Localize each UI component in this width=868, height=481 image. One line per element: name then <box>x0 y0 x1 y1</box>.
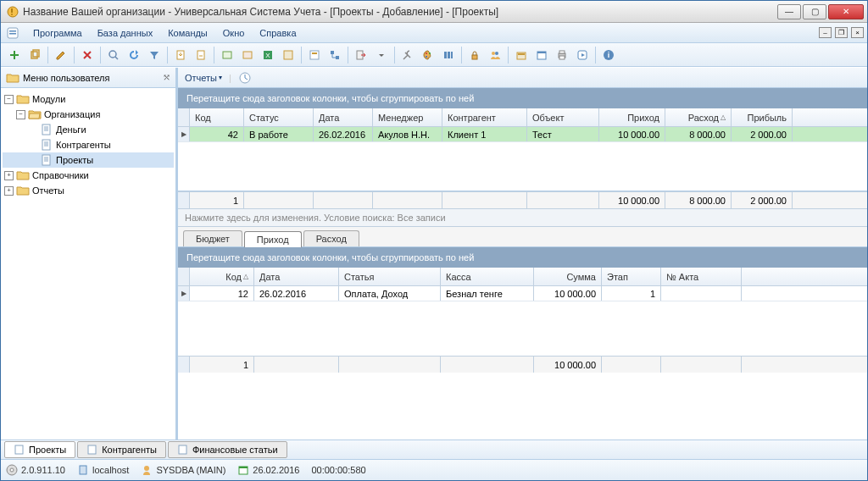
edit-button[interactable] <box>52 46 70 64</box>
import-button2[interactable] <box>192 46 210 64</box>
add-button[interactable] <box>5 46 24 64</box>
col-object[interactable]: Объект <box>527 108 599 126</box>
menu-commands[interactable]: Команды <box>161 25 214 41</box>
content-area: Отчеты ▾ | Перетащите сюда заголовок кол… <box>176 68 867 440</box>
filter-bar[interactable]: Нажмите здесь для изменения. Условие пои… <box>178 208 867 227</box>
col-manager[interactable]: Менеджер <box>373 108 442 126</box>
tool-print[interactable] <box>553 46 571 64</box>
document-icon <box>40 124 53 135</box>
svg-rect-52 <box>239 467 248 468</box>
folder-icon <box>6 72 19 84</box>
mdi-minimize[interactable]: – <box>819 27 832 38</box>
tree-money[interactable]: Деньги <box>3 122 174 137</box>
tool-calendar[interactable] <box>532 46 551 64</box>
nav-tree: − Модули − Организация Деньги <box>1 88 175 440</box>
refresh-button[interactable] <box>125 46 143 64</box>
table-row[interactable]: ▶ 42 В работе 26.02.2016 Акулов Н.Н. Кли… <box>178 127 867 142</box>
col-status[interactable]: Статус <box>244 108 314 126</box>
svg-point-2 <box>11 14 13 15</box>
tool-wrench[interactable] <box>398 46 417 64</box>
svg-point-8 <box>109 51 116 58</box>
menu-help[interactable]: Справка <box>253 25 303 41</box>
copy-button[interactable] <box>25 46 44 64</box>
tool-register[interactable] <box>512 46 531 64</box>
tool-users[interactable] <box>486 46 504 64</box>
export-button4[interactable] <box>279 46 298 64</box>
col-code[interactable]: Код <box>190 108 244 126</box>
svg-text:X: X <box>265 52 270 59</box>
tree-contragents[interactable]: Контрагенты <box>3 137 174 152</box>
tab-budget[interactable]: Бюджет <box>183 230 242 246</box>
folder-open-icon <box>28 108 42 120</box>
menu-program[interactable]: Программа <box>26 25 89 41</box>
btab-projects[interactable]: Проекты <box>4 441 75 458</box>
export-button1[interactable] <box>218 46 236 64</box>
tree-projects[interactable]: Проекты <box>3 152 174 168</box>
scol-date[interactable]: Дата <box>254 268 339 285</box>
reports-dropdown[interactable]: Отчеты ▾ <box>185 73 222 83</box>
mdi-restore[interactable]: ❐ <box>835 27 848 38</box>
tool-play[interactable] <box>573 46 592 64</box>
svg-rect-19 <box>336 56 339 59</box>
tool-dropdown[interactable] <box>372 46 391 64</box>
group-hint[interactable]: Перетащите сюда заголовок колонки, чтобы… <box>178 88 867 108</box>
import-button1[interactable] <box>171 46 190 64</box>
titlebar: Название Вашей организации - Универсальн… <box>1 1 867 23</box>
sub-tabs: Бюджет Приход Расход <box>178 227 867 247</box>
clock-icon[interactable] <box>238 71 252 85</box>
svg-point-22 <box>426 56 427 58</box>
col-income[interactable]: Приход <box>599 108 665 126</box>
scol-sum[interactable]: Сумма <box>534 268 602 285</box>
col-contragent[interactable]: Контрагент <box>442 108 527 126</box>
scol-code[interactable]: Код△ <box>190 268 254 285</box>
svg-rect-6 <box>31 52 37 58</box>
minimize-button[interactable]: — <box>777 4 801 19</box>
scol-act[interactable]: № Акта <box>661 268 742 285</box>
tool-tree[interactable] <box>326 46 344 64</box>
col-date[interactable]: Дата <box>314 108 373 126</box>
tree-refs[interactable]: + Справочники <box>3 168 174 183</box>
menu-window[interactable]: Окно <box>216 25 252 41</box>
table-row[interactable]: ▶ 12 26.02.2016 Оплата, Доход Безнал тен… <box>178 286 867 301</box>
scol-stage[interactable]: Этап <box>602 268 661 285</box>
col-expense[interactable]: Расход△ <box>665 108 732 126</box>
btab-fin-articles[interactable]: Финансовые статьи <box>168 441 287 458</box>
export-excel-button[interactable]: X <box>259 46 277 64</box>
btab-contragents[interactable]: Контрагенты <box>77 441 166 458</box>
scol-article[interactable]: Статья <box>339 268 441 285</box>
tool-form[interactable] <box>305 46 324 64</box>
tool-lock[interactable] <box>465 46 484 64</box>
col-profit[interactable]: Прибыль <box>732 108 793 126</box>
menu-database[interactable]: База данных <box>91 25 160 41</box>
svg-rect-45 <box>88 445 96 454</box>
search-button[interactable] <box>104 46 123 64</box>
close-button[interactable]: ✕ <box>828 4 864 19</box>
filter-button[interactable] <box>145 46 164 64</box>
main-grid-footer: 1 10 000.00 8 000.00 2 000.00 <box>178 191 867 208</box>
sub-group-hint[interactable]: Перетащите сюда заголовок колонки, чтобы… <box>178 247 867 268</box>
user-icon <box>141 464 153 476</box>
status-user: SYSDBA (MAIN) <box>141 464 225 476</box>
maximize-button[interactable]: ▢ <box>803 4 826 19</box>
svg-rect-25 <box>448 52 450 58</box>
pin-icon[interactable]: ⤲ <box>163 72 170 83</box>
scol-kassa[interactable]: Касса <box>441 268 534 285</box>
status-version: 2.0.911.10 <box>6 464 65 476</box>
tool-palette[interactable] <box>419 46 437 64</box>
document-icon <box>177 445 189 455</box>
mdi-close[interactable]: × <box>851 27 864 38</box>
export-button2[interactable] <box>238 46 257 64</box>
tool-exit[interactable] <box>352 46 370 64</box>
disk-icon <box>6 464 18 476</box>
folder-icon <box>16 185 30 196</box>
tree-reports[interactable]: + Отчеты <box>3 183 174 198</box>
tree-organization[interactable]: − Организация <box>3 107 174 122</box>
tool-help[interactable]: i <box>599 46 618 64</box>
tab-income[interactable]: Приход <box>244 231 302 247</box>
server-icon <box>77 464 89 476</box>
tree-modules[interactable]: − Модули <box>3 91 174 107</box>
tab-expense[interactable]: Расход <box>303 230 359 246</box>
delete-button[interactable] <box>78 46 97 64</box>
tool-columns[interactable] <box>439 46 458 64</box>
svg-rect-35 <box>559 51 565 53</box>
